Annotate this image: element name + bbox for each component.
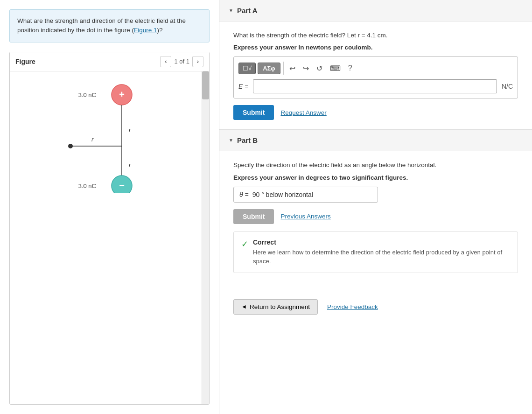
part-a-input[interactable] [253,79,497,93]
part-b-title: Part B [237,136,258,144]
scrollbar-track[interactable] [202,71,209,405]
figure-link[interactable]: Figure 1 [134,27,157,34]
part-b-instruction: Express your answer in degrees to two si… [233,174,518,181]
part-a-math-label: E = [238,83,248,90]
part-a-input-row: E = N/C [238,79,513,93]
svg-text:−: − [119,180,125,190]
formula-btn[interactable]: ΑΣφ [258,63,280,74]
part-a-header: ▼ Part A [219,0,532,21]
figure-title: Figure [15,58,35,65]
request-answer-button[interactable]: Request Answer [280,109,326,116]
part-b-submit-button[interactable]: Submit [233,209,274,224]
part-a-action-row: Submit Request Answer [233,105,518,120]
question-box: What are the strength and direction of t… [9,9,210,42]
previous-answers-button[interactable]: Previous Answers [280,213,330,220]
correct-box: ✓ Correct Here we learn how to determine… [233,232,518,273]
bottom-bar: ◄ Return to Assignment Provide Feedback [219,292,532,322]
part-b-question: Specify the direction of the electric fi… [233,161,518,170]
correct-title: Correct [253,239,510,246]
svg-text:−3.0 nC: −3.0 nC [75,182,96,189]
redo-btn[interactable]: ↪ [300,63,312,74]
check-icon: ✓ [241,239,248,249]
left-panel: What are the strength and direction of t… [0,0,219,414]
part-a-content: What is the strength of the electric fie… [219,21,532,129]
part-a-title: Part A [237,7,258,14]
figure-scroll-area: + 3.0 nC r r r [10,71,202,405]
return-to-assignment-button[interactable]: ◄ Return to Assignment [233,299,318,315]
theta-label: θ = [239,191,249,198]
correct-desc: Here we learn how to determine the direc… [253,248,510,266]
figure-section: Figure ‹ 1 of 1 › + 3.0 nC [9,52,210,405]
toolbar-sep-1 [283,62,284,75]
svg-text:r: r [129,161,131,168]
figure-prev-button[interactable]: ‹ [160,56,171,67]
question-text: What are the strength and direction of t… [17,17,186,34]
part-a-answer-box: ☐√ ΑΣφ ↩ ↪ ↺ ⌨ ? E = N/C [233,56,518,98]
figure-header: Figure ‹ 1 of 1 › [10,52,209,71]
keyboard-btn[interactable]: ⌨ [327,63,343,74]
math-input-btn[interactable]: ☐√ [238,63,256,74]
refresh-btn[interactable]: ↺ [314,63,325,74]
collapse-b-icon[interactable]: ▼ [229,138,233,143]
correct-text-area: Correct Here we learn how to determine t… [253,239,510,266]
part-a-toolbar: ☐√ ΑΣφ ↩ ↪ ↺ ⌨ ? [238,62,513,75]
svg-text:3.0 nC: 3.0 nC [78,91,96,98]
provide-feedback-button[interactable]: Provide Feedback [327,303,378,310]
help-btn[interactable]: ? [345,63,355,73]
collapse-a-icon[interactable]: ▼ [229,8,233,13]
svg-text:+: + [119,89,125,99]
part-b-action-row: Submit Previous Answers [233,209,518,224]
chevron-left-icon: ‹ [165,58,167,65]
part-a-unit: N/C [502,83,513,90]
figure-diagram: + 3.0 nC r r r [10,71,201,202]
undo-btn[interactable]: ↩ [287,63,298,74]
return-label: Return to Assignment [250,303,310,310]
part-a-question: What is the strength of the electric fie… [233,31,518,40]
svg-text:r: r [129,126,131,133]
right-panel: ▼ Part A What is the strength of the ele… [219,0,532,414]
theta-value: 90 ° below horizontal [252,191,313,198]
figure-nav: ‹ 1 of 1 › [160,56,203,67]
scrollbar-thumb[interactable] [202,71,209,99]
part-a-submit-button[interactable]: Submit [233,105,274,120]
part-a-section: ▼ Part A What is the strength of the ele… [219,0,532,130]
figure-page: 1 of 1 [174,58,189,65]
part-b-theta-row: θ = 90 ° below horizontal [233,187,378,203]
part-b-content: Specify the direction of the electric fi… [219,151,532,291]
alpha-sigma-icon: ΑΣφ [263,65,275,72]
chevron-right-icon: › [197,58,199,65]
svg-text:r: r [91,136,94,143]
math-sqrt-icon: ☐√ [243,65,252,72]
figure-next-button[interactable]: › [192,56,203,67]
part-a-instruction: Express your answer in newtons per coulo… [233,44,518,51]
figure-content: + 3.0 nC r r r [10,71,209,405]
part-b-section: ▼ Part B Specify the direction of the el… [219,130,532,291]
left-arrow-icon: ◄ [241,303,247,310]
part-b-header: ▼ Part B [219,130,532,151]
